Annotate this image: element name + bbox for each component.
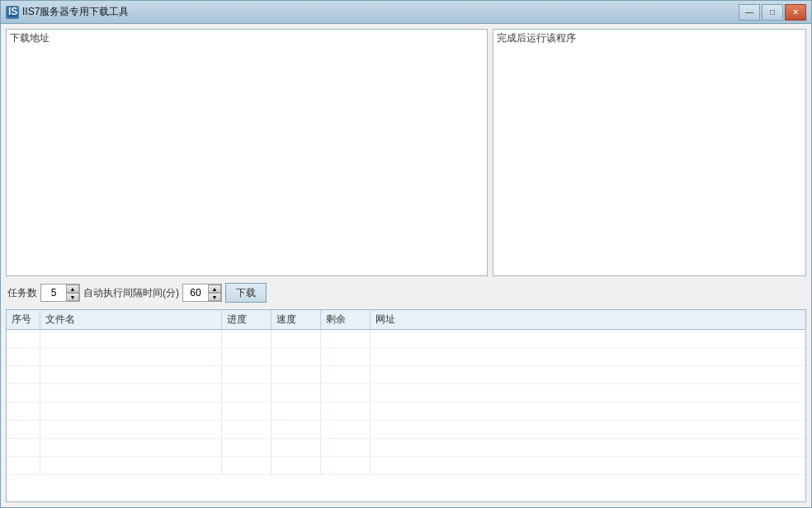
task-count-up[interactable]: ▲ bbox=[66, 285, 79, 293]
task-count-label: 任务数 bbox=[7, 286, 37, 300]
table-row bbox=[7, 439, 805, 457]
close-button[interactable]: ✕ bbox=[785, 4, 806, 21]
table-row bbox=[7, 457, 805, 475]
minimize-button[interactable]: — bbox=[739, 4, 760, 21]
col-header-name: 文件名 bbox=[40, 310, 221, 330]
download-button[interactable]: 下载 bbox=[225, 283, 267, 303]
task-count-spinner: ▲ ▼ bbox=[40, 284, 80, 302]
run-after-input[interactable] bbox=[493, 47, 805, 275]
col-header-remain: 剩余 bbox=[320, 310, 370, 330]
top-panels: 下载地址 完成后运行该程序 bbox=[6, 29, 806, 276]
run-after-panel: 完成后运行该程序 bbox=[493, 29, 806, 276]
table-row bbox=[7, 348, 805, 366]
content-area: 下载地址 完成后运行该程序 任务数 ▲ ▼ bbox=[1, 24, 811, 507]
table-row bbox=[7, 384, 805, 402]
controls-bar: 任务数 ▲ ▼ 自动执行间隔时间(分) ▲ ▼ 下载 bbox=[6, 280, 806, 306]
run-after-scroll bbox=[493, 47, 805, 275]
interval-buttons: ▲ ▼ bbox=[208, 285, 221, 301]
table-row bbox=[7, 402, 805, 421]
table-row bbox=[7, 330, 805, 348]
task-count-down[interactable]: ▼ bbox=[66, 293, 79, 301]
interval-input[interactable] bbox=[183, 285, 208, 301]
col-header-url: 网址 bbox=[370, 310, 805, 330]
table-body bbox=[7, 330, 805, 475]
col-header-progress: 进度 bbox=[221, 310, 271, 330]
table-row bbox=[7, 366, 805, 384]
interval-down[interactable]: ▼ bbox=[208, 293, 221, 301]
svg-text:IS: IS bbox=[8, 7, 17, 17]
download-address-input[interactable] bbox=[7, 47, 487, 275]
maximize-button[interactable]: □ bbox=[762, 4, 783, 21]
table-row bbox=[7, 421, 805, 439]
task-count-input[interactable] bbox=[41, 285, 66, 301]
download-address-scroll bbox=[7, 47, 487, 275]
title-bar: IS IIS7服务器专用下载工具 — □ ✕ bbox=[1, 1, 811, 24]
app-icon: IS bbox=[6, 6, 19, 19]
col-header-seq: 序号 bbox=[7, 310, 40, 330]
interval-label: 自动执行间隔时间(分) bbox=[83, 286, 179, 300]
run-after-label: 完成后运行该程序 bbox=[493, 30, 805, 47]
task-count-buttons: ▲ ▼ bbox=[66, 285, 79, 301]
window-controls: — □ ✕ bbox=[739, 4, 806, 21]
interval-spinner: ▲ ▼ bbox=[182, 284, 222, 302]
interval-up[interactable]: ▲ bbox=[208, 285, 221, 293]
main-window: IS IIS7服务器专用下载工具 — □ ✕ 下载地址 完成后运行该程序 bbox=[0, 0, 812, 508]
table-header-row: 序号 文件名 进度 速度 剩余 网址 bbox=[7, 310, 805, 330]
window-title: IIS7服务器专用下载工具 bbox=[22, 5, 129, 19]
col-header-speed: 速度 bbox=[271, 310, 320, 330]
download-table-section: 序号 文件名 进度 速度 剩余 网址 bbox=[6, 309, 806, 502]
download-table: 序号 文件名 进度 速度 剩余 网址 bbox=[7, 310, 805, 475]
download-address-panel: 下载地址 bbox=[6, 29, 488, 276]
download-address-label: 下载地址 bbox=[7, 30, 487, 47]
title-bar-left: IS IIS7服务器专用下载工具 bbox=[6, 5, 129, 19]
